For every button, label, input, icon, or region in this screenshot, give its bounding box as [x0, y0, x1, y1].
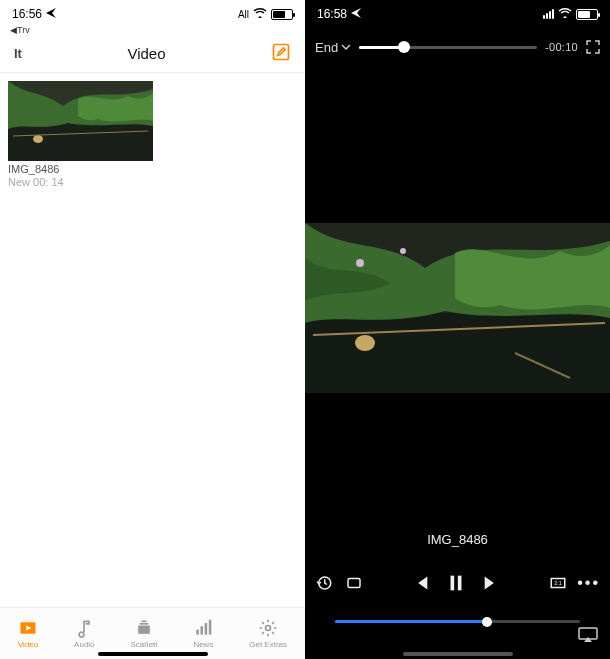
status-time: 16:56: [12, 7, 42, 21]
volume-slider[interactable]: [359, 46, 537, 49]
more-icon[interactable]: •••: [577, 574, 600, 592]
player-pane: 16:58 End -00:10: [305, 0, 610, 659]
airplay-icon[interactable]: [578, 627, 598, 643]
svg-rect-12: [209, 620, 212, 635]
svg-rect-9: [197, 630, 200, 635]
home-indicator[interactable]: [98, 652, 208, 656]
svg-rect-7: [140, 623, 148, 625]
status-bar: 16:56 All: [0, 0, 305, 28]
seek-slider[interactable]: [335, 620, 580, 623]
status-time: 16:58: [317, 7, 347, 21]
player-controls: 2:1 •••: [305, 559, 610, 607]
edit-icon[interactable]: [271, 42, 291, 66]
location-icon: [46, 7, 56, 21]
chevron-down-icon: [341, 42, 351, 52]
svg-rect-23: [451, 576, 455, 591]
tab-label: Video: [18, 640, 38, 649]
tab-audio[interactable]: Audio: [74, 618, 94, 649]
battery-icon: [271, 9, 293, 20]
repeat-icon[interactable]: [345, 574, 363, 592]
tab-label: News: [193, 640, 213, 649]
svg-rect-24: [458, 576, 462, 591]
location-icon: [351, 7, 361, 21]
status-bar: 16:58: [305, 0, 610, 28]
battery-icon: [576, 9, 598, 20]
tab-settings[interactable]: Get Extras: [249, 618, 287, 649]
library-pane: 16:56 All ◀Trv It Video: [0, 0, 305, 659]
fit-mode-button[interactable]: End: [315, 40, 351, 55]
svg-text:2:1: 2:1: [555, 580, 562, 586]
fullscreen-icon[interactable]: [586, 40, 600, 54]
page-title: Video: [127, 45, 165, 62]
video-meta: New 00: 14: [8, 176, 297, 188]
tab-label: Get Extras: [249, 640, 287, 649]
svg-rect-8: [141, 621, 146, 623]
video-stage[interactable]: [305, 66, 610, 549]
tab-label: Audio: [74, 640, 94, 649]
video-frame: [305, 223, 610, 393]
svg-rect-10: [201, 626, 204, 634]
video-thumbnail[interactable]: [8, 81, 153, 161]
svg-point-13: [266, 626, 271, 631]
svg-rect-22: [348, 579, 360, 588]
player-top-bar: End -00:10: [305, 28, 610, 66]
time-remaining: -00:10: [545, 41, 578, 53]
fit-mode-label: End: [315, 40, 338, 55]
library-body: IMG_8486 New 00: 14: [0, 73, 305, 196]
aspect-icon[interactable]: 2:1: [549, 574, 567, 592]
tab-video[interactable]: Video: [18, 618, 38, 649]
svg-point-16: [355, 335, 375, 351]
history-icon[interactable]: [315, 574, 333, 592]
previous-button[interactable]: [409, 572, 431, 594]
tab-playlists[interactable]: Scarlett: [130, 618, 157, 649]
home-indicator[interactable]: [403, 652, 513, 656]
tab-network[interactable]: News: [193, 618, 213, 649]
svg-rect-11: [205, 623, 208, 635]
wifi-icon: [558, 7, 572, 21]
video-title: IMG_8486: [305, 532, 610, 547]
svg-point-19: [356, 259, 364, 267]
header-left-button[interactable]: It: [14, 46, 22, 61]
svg-rect-6: [138, 626, 150, 634]
svg-rect-0: [273, 44, 288, 59]
cell-signal-icon: [543, 9, 554, 19]
wifi-icon: [253, 7, 267, 21]
pause-button[interactable]: [445, 572, 467, 594]
next-button[interactable]: [481, 572, 503, 594]
tab-label: Scarlett: [130, 640, 157, 649]
svg-point-3: [33, 135, 43, 143]
svg-rect-2: [8, 121, 153, 161]
network-label: All: [238, 9, 249, 20]
video-filename: IMG_8486: [8, 163, 297, 175]
svg-point-20: [400, 248, 406, 254]
back-app-hint[interactable]: ◀Trv: [0, 25, 305, 35]
library-header: It Video: [0, 35, 305, 73]
